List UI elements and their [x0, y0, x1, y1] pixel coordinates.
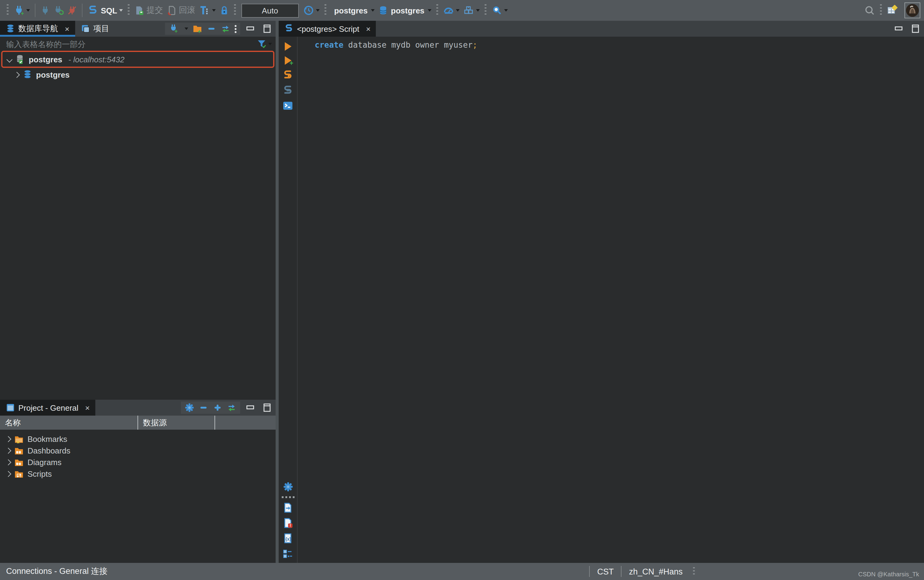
- tree-item-connection-postgres[interactable]: postgres - localhost:5432: [1, 51, 274, 68]
- collapse-all-icon[interactable]: [207, 24, 216, 34]
- link-with-editor-icon[interactable]: [227, 403, 237, 412]
- view-menu-icon[interactable]: [235, 25, 237, 33]
- editor-settings-gear-icon[interactable]: [282, 481, 293, 492]
- project-item-bookmarks[interactable]: ★ Bookmarks: [0, 433, 276, 445]
- tree-item-database-postgres[interactable]: postgres: [0, 68, 276, 81]
- expander-chevron-icon[interactable]: [7, 56, 13, 63]
- column-header-datasource[interactable]: 数据源: [137, 415, 214, 430]
- expand-all-icon[interactable]: [212, 403, 222, 412]
- close-navigator-tab-icon[interactable]: ×: [65, 25, 69, 33]
- minimize-panel-icon[interactable]: [244, 23, 257, 34]
- autocommit-mode-value: Auto: [262, 6, 278, 15]
- collapse-all-icon[interactable]: [199, 403, 208, 412]
- expander-chevron-icon[interactable]: [5, 448, 11, 454]
- transaction-log-dropdown-caret[interactable]: [212, 9, 216, 12]
- project-panel-toolbar: [181, 400, 276, 415]
- maximize-editor-icon[interactable]: [909, 23, 922, 34]
- project-item-diagrams[interactable]: Diagrams: [0, 456, 276, 468]
- close-project-tab-icon[interactable]: ×: [85, 404, 90, 412]
- reconnect-button[interactable]: [52, 2, 65, 18]
- dashboard-dropdown-caret[interactable]: [456, 9, 459, 12]
- database-selector[interactable]: postgres: [376, 2, 433, 18]
- project-window-icon: [5, 403, 15, 412]
- toolbar-drag-handle: [436, 4, 438, 16]
- sql-editor-dropdown-caret[interactable]: [119, 9, 122, 12]
- filter-dropdown-caret[interactable]: [268, 43, 272, 45]
- sql-code-area[interactable]: create database mydb owner myuser;: [298, 37, 924, 563]
- disconnect-button[interactable]: [65, 2, 79, 18]
- metadata-search-icon: [491, 5, 502, 16]
- expander-chevron-icon[interactable]: [14, 71, 20, 77]
- tab-project-general[interactable]: Project - General ×: [0, 400, 96, 415]
- new-connection-dropdown-caret[interactable]: [26, 9, 30, 12]
- project-item-dashboards[interactable]: Dashboards: [0, 445, 276, 456]
- connection-selector[interactable]: postgres: [329, 2, 376, 18]
- commit-button[interactable]: 提交: [132, 2, 165, 18]
- beaver-logo-icon: [906, 4, 919, 17]
- gutter-drag-dots: [282, 496, 294, 498]
- tab-database-navigator-label: 数据库导航: [18, 23, 58, 34]
- database-selector-caret[interactable]: [427, 9, 431, 12]
- metadata-search-button[interactable]: [489, 2, 509, 18]
- explain-plan-icon[interactable]: [282, 85, 293, 96]
- autocommit-mode-select[interactable]: Auto: [241, 3, 298, 17]
- commit-icon: [134, 5, 144, 15]
- driver-manager-dropdown-caret[interactable]: [476, 9, 479, 12]
- navigator-panel-toolbar: + +: [165, 21, 276, 37]
- sql-console-icon[interactable]: [282, 100, 293, 111]
- metadata-search-dropdown-caret[interactable]: [504, 9, 507, 12]
- output-panel-icon[interactable]: [282, 503, 293, 513]
- rollback-button[interactable]: 回滚: [165, 2, 197, 18]
- dashboards-folder-icon: [14, 446, 24, 456]
- panel-splitter[interactable]: [276, 21, 279, 563]
- close-editor-tab-icon[interactable]: ×: [366, 25, 371, 33]
- minimize-editor-icon[interactable]: [893, 23, 905, 34]
- expander-chevron-icon[interactable]: [5, 459, 11, 465]
- expander-chevron-icon[interactable]: [5, 436, 11, 442]
- filter-funnel-icon[interactable]: [257, 39, 267, 49]
- dashboard-button[interactable]: [441, 2, 461, 18]
- tab-projects[interactable]: 项目: [75, 21, 115, 37]
- column-header-name[interactable]: 名称: [0, 415, 137, 430]
- panel-new-connection-icon[interactable]: +: [169, 24, 178, 34]
- panel-new-connection-caret[interactable]: [184, 28, 188, 30]
- disconnect-plug-icon: [67, 5, 77, 15]
- maximize-panel-icon[interactable]: [261, 23, 273, 34]
- history-button[interactable]: [301, 2, 321, 18]
- transaction-log-button[interactable]: [197, 2, 217, 18]
- status-locale[interactable]: zh_CN_#Hans: [621, 566, 690, 577]
- outline-panel-icon[interactable]: [282, 548, 293, 559]
- navigator-tabstrip: 数据库导航 × 项目: [0, 21, 276, 37]
- history-dropdown-caret[interactable]: [316, 9, 319, 12]
- tab-sql-script[interactable]: <postgres> Script ×: [279, 21, 376, 37]
- global-search-button[interactable]: [862, 2, 877, 18]
- open-perspective-button[interactable]: [885, 2, 899, 18]
- sql-editor-body: +: [279, 37, 924, 563]
- tab-database-navigator[interactable]: 数据库导航 ×: [0, 21, 75, 37]
- link-with-editor-icon[interactable]: [221, 24, 231, 34]
- project-item-scripts[interactable]: Scripts: [0, 468, 276, 480]
- sql-text: database mydb owner myuser: [343, 40, 473, 49]
- rollback-label: 回滚: [179, 5, 195, 16]
- connection-host: - localhost:5432: [68, 55, 125, 64]
- execute-in-new-tab-icon[interactable]: +: [283, 56, 293, 65]
- new-folder-icon[interactable]: +: [193, 24, 202, 34]
- table-filter-input[interactable]: [5, 39, 257, 49]
- new-connection-button[interactable]: +: [12, 2, 32, 18]
- execute-script-icon[interactable]: [282, 70, 293, 81]
- autocommit-lock-button[interactable]: [217, 2, 231, 18]
- execute-statement-icon[interactable]: [283, 41, 293, 51]
- minimize-panel-icon[interactable]: [244, 402, 257, 413]
- expander-chevron-icon[interactable]: [5, 471, 11, 477]
- status-timezone[interactable]: CST: [589, 566, 621, 577]
- connect-button[interactable]: [38, 2, 52, 18]
- maximize-panel-icon[interactable]: [261, 402, 273, 413]
- connection-selector-caret[interactable]: [371, 9, 374, 12]
- user-avatar[interactable]: [904, 2, 920, 18]
- variables-panel-icon[interactable]: {x}: [282, 533, 293, 544]
- navigator-filter-row: [0, 37, 276, 50]
- driver-manager-button[interactable]: [461, 2, 481, 18]
- sql-editor-button[interactable]: SQL: [86, 2, 124, 18]
- problems-panel-icon[interactable]: !: [282, 517, 293, 529]
- gear-icon[interactable]: [184, 403, 194, 412]
